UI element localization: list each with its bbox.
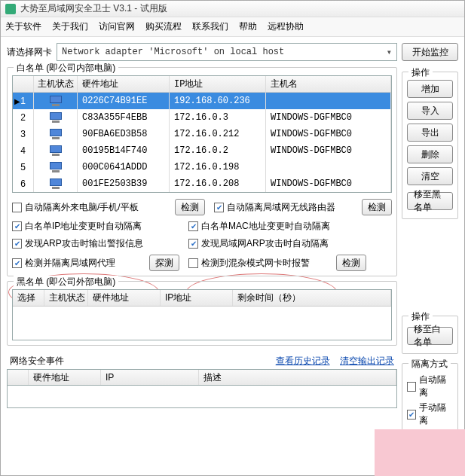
chk-mode[interactable] [407,410,416,420]
btn-detect-promisc[interactable]: 检测 [336,255,366,271]
btn-clear[interactable]: 清空 [407,167,453,185]
adapter-label: 请选择网卡 [7,46,52,59]
lbl-ip-change: 白名单IP地址变更时自动隔离 [25,220,142,233]
menu-buy[interactable]: 购买流程 [145,20,182,33]
btn-detect-router[interactable]: 检测 [362,199,392,215]
lbl-auto-router: 自动隔离局域网无线路由器 [227,201,335,214]
bl-col-time[interactable]: 剩余时间（秒） [233,290,391,306]
lbl-arp-warn: 发现ARP攻击时输出警报信息 [25,237,143,250]
chk-arp-auto[interactable] [188,239,198,249]
link-clear[interactable]: 清空输出记录 [340,355,394,366]
side-ops1: 操作 增加 导入 导出 删除 清空 移至黑名单 [402,72,458,219]
link-history[interactable]: 查看历史记录 [276,355,330,366]
btn-export[interactable]: 导出 [407,124,453,142]
ev-col-hw[interactable]: 硬件地址 [29,370,101,385]
lbl-mac-change: 白名单MAC地址变更时自动隔离 [201,220,330,233]
pc-icon [50,129,62,139]
menu-remote[interactable]: 远程协助 [268,20,304,33]
lbl-arp-auto: 发现局域网ARP攻击时自动隔离 [201,237,329,250]
btn-to-blacklist[interactable]: 移至黑名单 [407,192,453,210]
bl-col-hw[interactable]: 硬件地址 [88,290,161,306]
menu-help[interactable]: 帮助 [239,20,257,33]
blacklist-grid[interactable]: 选择 主机状态 硬件地址 IP地址 剩余时间（秒） [12,289,392,340]
btn-import[interactable]: 导入 [407,102,453,120]
events-section: 网络安全事件 查看历史记录 清空输出记录 硬件地址 IP 描述 [7,353,397,408]
lbl-proxy: 检测并隔离局域网代理 [25,257,115,270]
chk-mac-change[interactable] [188,221,198,231]
btn-detect-foreign[interactable]: 检测 [175,199,205,215]
whitelist-header: 主机状态 硬件地址 IP地址 主机名 [13,76,391,93]
side-ops2-title: 操作 [408,310,433,323]
adapter-select[interactable]: Network adapter 'Microsoft' on local hos… [57,43,397,61]
bl-col-ip[interactable]: IP地址 [161,290,233,306]
btn-to-whitelist[interactable]: 移至白名单 [407,327,453,345]
side-ops2: 操作 移至白名单 [402,316,458,354]
chk-mode[interactable] [407,382,416,392]
window-title: 大势至局域网安全卫士 V3.1 - 试用版 [20,2,167,15]
blacklist-title: 黑名单 (即公司外部电脑) [14,276,118,288]
menubar: 关于软件 关于我们 访问官网 购买流程 联系我们 帮助 远程协助 [1,17,464,37]
col-host[interactable]: 主机名 [266,76,391,92]
col-status[interactable]: 主机状态 [34,76,78,92]
side-mode-title: 隔离方式 [408,358,451,371]
menu-contact[interactable]: 联系我们 [192,20,228,33]
chk-arp-warn[interactable] [12,239,22,249]
pc-icon [50,145,62,156]
chk-proxy[interactable] [12,258,22,268]
menu-about-us[interactable]: 关于我们 [52,20,88,33]
whitelist-title: 白名单 (即公司内部电脑) [14,62,118,75]
menu-about-sw[interactable]: 关于软件 [5,20,41,33]
table-row[interactable]: 400195B14F740172.16.0.2WINDOWS-DGFMBC0 [13,142,391,159]
chk-promisc[interactable] [188,258,198,268]
table-row[interactable]: 5000C0641ADDD172.16.0.198 [13,159,391,175]
blacklist-group: 黑名单 (即公司外部电脑) 选择 主机状态 硬件地址 IP地址 剩余时间（秒） [7,281,397,346]
lbl-auto-foreign: 自动隔离外来电脑/手机/平板 [25,201,139,214]
col-hw[interactable]: 硬件地址 [78,76,170,92]
table-row[interactable]: 390FBA6ED3B58172.16.0.212WINDOWS-DGFMBC0 [13,126,391,142]
bl-col-sel[interactable]: 选择 [13,290,44,306]
pc-icon [50,178,62,189]
btn-probe-proxy[interactable]: 探测 [149,255,179,271]
pc-icon [50,162,62,172]
ev-col-ip[interactable]: IP [101,370,199,385]
whitelist-grid[interactable]: 主机状态 硬件地址 IP地址 主机名 ▶10226C74B91EE192.168… [12,75,392,193]
start-monitor-button[interactable]: 开始监控 [402,43,458,61]
btn-add[interactable]: 增加 [407,80,453,98]
table-row[interactable]: 6001FE2503B39172.16.0.208WINDOWS-DGFMBC0 [13,175,391,192]
lbl-promisc: 检测到混杂模式网卡时报警 [201,257,310,270]
col-ip[interactable]: IP地址 [170,76,266,92]
chk-auto-foreign[interactable] [12,203,22,212]
ev-col-desc[interactable]: 描述 [199,370,396,385]
table-row[interactable]: ▶10226C74B91EE192.168.60.236 [13,93,391,109]
app-icon [5,4,16,14]
adapter-value: Network adapter 'Microsoft' on local hos… [62,47,284,57]
menu-website[interactable]: 访问官网 [99,20,135,33]
overlay-watermark [375,429,465,476]
chk-ip-change[interactable] [12,221,22,231]
pc-icon [50,112,62,123]
events-grid-header: 硬件地址 IP 描述 [7,369,397,386]
side-ops1-title: 操作 [408,66,433,79]
events-title: 网络安全事件 [10,355,64,368]
whitelist-group: 白名单 (即公司内部电脑) 主机状态 硬件地址 IP地址 主机名 ▶10226C… [7,67,397,276]
window-titlebar: 大势至局域网安全卫士 V3.1 - 试用版 [1,1,464,17]
table-row[interactable]: 2C83A355F4EBB172.16.0.3WINDOWS-DGFMBC0 [13,109,391,126]
btn-delete[interactable]: 删除 [407,145,453,163]
bl-col-status[interactable]: 主机状态 [44,290,88,306]
chk-auto-router[interactable] [214,203,224,212]
pc-icon [50,96,62,106]
